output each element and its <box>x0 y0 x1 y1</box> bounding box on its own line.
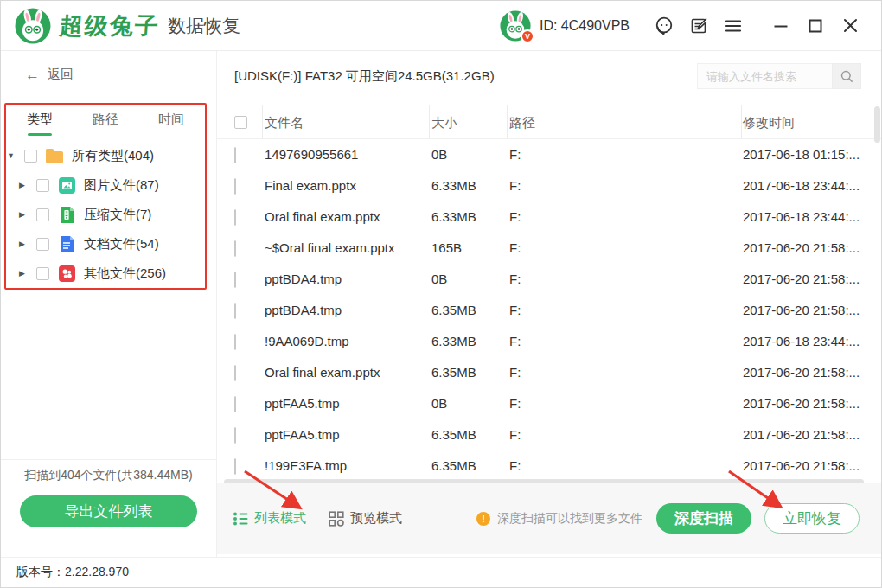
deep-scan-button[interactable]: 深度扫描 <box>656 503 751 534</box>
table-row[interactable]: pptFAA5.tmp 6.35MB F: 2017-06-20 21:58:.… <box>217 419 882 451</box>
file-modified: 2017-06-20 21:58:... <box>743 295 860 326</box>
tree-item-other-files[interactable]: ▶ 其他文件(256) <box>1 259 216 288</box>
column-header-filename[interactable]: 文件名 <box>265 105 304 140</box>
version-text: 版本号：2.22.28.970 <box>16 565 129 580</box>
caret-down-icon[interactable]: ▼ <box>7 151 21 160</box>
user-id: ID: 4C490VPB <box>540 18 630 34</box>
user-avatar[interactable]: V <box>500 10 531 42</box>
table-row[interactable]: !199E3FA.tmp 6.35MB F: 2017-06-20 21:58:… <box>217 451 882 482</box>
file-modified: 2017-06-20 21:58:... <box>743 419 860 451</box>
caret-right-icon[interactable]: ▶ <box>19 181 33 189</box>
table-row[interactable]: pptFAA5.tmp 0B F: 2017-06-20 21:58:... <box>217 388 882 419</box>
image-file-icon <box>58 176 75 194</box>
back-button[interactable]: ← 返回 <box>25 67 74 83</box>
caret-right-icon[interactable]: ▶ <box>19 210 33 219</box>
recover-now-button[interactable]: 立即恢复 <box>764 503 860 534</box>
list-mode-toggle[interactable]: 列表模式 <box>233 510 306 527</box>
table-row[interactable]: Final exam.pptx 6.33MB F: 2017-06-18 23:… <box>217 170 882 201</box>
column-header-path[interactable]: 路径 <box>509 105 535 140</box>
row-checkbox[interactable] <box>234 147 236 163</box>
app-subtitle: 数据恢复 <box>168 14 240 38</box>
file-modified: 2017-06-20 21:58:... <box>743 388 860 419</box>
file-size: 6.33MB <box>431 170 476 201</box>
menu-icon[interactable] <box>721 14 745 38</box>
file-name: Oral final exam.pptx <box>265 357 380 388</box>
file-path: F: <box>509 326 521 357</box>
file-size: 165B <box>431 233 462 264</box>
active-tab-underline <box>28 133 52 136</box>
search-box <box>697 63 861 89</box>
file-path: F: <box>509 295 521 326</box>
vip-badge: V <box>521 29 534 43</box>
tree-item-all-types[interactable]: ▼ 所有类型(404) <box>1 141 216 170</box>
search-button[interactable] <box>832 63 861 89</box>
file-size: 6.33MB <box>431 326 476 357</box>
table-row[interactable]: ~$Oral final exam.pptx 165B F: 2017-06-2… <box>217 233 882 264</box>
table-row[interactable]: !9AA069D.tmp 6.33MB F: 2017-06-18 23:44:… <box>217 326 882 357</box>
app-name: 超级兔子 <box>59 10 162 42</box>
file-modified: 2017-06-20 21:58:... <box>743 451 860 482</box>
file-path: F: <box>509 264 521 295</box>
row-checkbox[interactable] <box>234 178 236 195</box>
file-path: F: <box>509 419 521 451</box>
scan-summary: 扫描到404个文件(共384.44MB) <box>1 468 216 483</box>
export-file-list-button[interactable]: 导出文件列表 <box>20 495 197 527</box>
search-input[interactable] <box>697 63 832 89</box>
tree-checkbox[interactable] <box>36 238 49 251</box>
row-checkbox[interactable] <box>234 240 236 257</box>
back-arrow-icon: ← <box>25 67 40 82</box>
row-checkbox[interactable] <box>234 427 236 444</box>
tree-item-image-files[interactable]: ▶ 图片文件(87) <box>1 170 216 200</box>
warning-icon: ! <box>476 512 490 526</box>
select-all-checkbox[interactable] <box>234 116 247 129</box>
preview-mode-toggle[interactable]: 预览模式 <box>329 510 402 527</box>
caret-right-icon[interactable]: ▶ <box>19 269 33 278</box>
table-row[interactable]: 1497690955661 0B F: 2017-06-18 01:15:... <box>217 139 882 170</box>
row-checkbox[interactable] <box>234 396 236 412</box>
tree-item-document-files[interactable]: ▶ 文档文件(54) <box>1 229 216 259</box>
tree-checkbox[interactable] <box>36 267 49 280</box>
maximize-icon[interactable] <box>803 14 828 38</box>
row-checkbox[interactable] <box>234 303 236 319</box>
app-logo-rabbit-icon <box>15 8 51 44</box>
file-path: F: <box>509 388 521 419</box>
column-header-modified[interactable]: 修改时间 <box>743 105 795 140</box>
row-checkbox[interactable] <box>234 272 236 288</box>
tree-checkbox[interactable] <box>24 150 37 163</box>
headset-icon[interactable] <box>652 14 676 38</box>
list-mode-icon <box>233 511 248 527</box>
table-row[interactable]: Oral final exam.pptx 6.35MB F: 2017-06-2… <box>217 357 882 388</box>
file-name: pptFAA5.tmp <box>265 419 340 451</box>
column-header-size[interactable]: 大小 <box>431 105 457 140</box>
file-name: pptBDA4.tmp <box>265 264 342 295</box>
vertical-scrollbar[interactable] <box>874 106 880 143</box>
file-path: F: <box>509 357 521 388</box>
minimize-icon[interactable] <box>769 14 793 38</box>
file-name: Oral final exam.pptx <box>265 201 380 233</box>
tab-path[interactable]: 路径 <box>93 112 118 136</box>
feedback-icon[interactable] <box>687 14 711 38</box>
main-panel: [UDISK(F:)] FAT32 可用空间24.5GB(31.2GB) 文件名… <box>217 51 882 559</box>
tree-checkbox[interactable] <box>36 179 49 192</box>
tree-item-archive-files[interactable]: ▶ 压缩文件(7) <box>1 200 216 229</box>
file-modified: 2017-06-20 21:58:... <box>743 233 860 264</box>
tree-checkbox[interactable] <box>36 208 49 221</box>
file-name: 1497690955661 <box>265 139 358 170</box>
tab-time[interactable]: 时间 <box>158 112 184 136</box>
tab-type[interactable]: 类型 <box>27 112 53 136</box>
file-name: !199E3FA.tmp <box>265 451 347 482</box>
table-row[interactable]: pptBDA4.tmp 0B F: 2017-06-20 21:58:... <box>217 264 882 295</box>
preview-mode-icon <box>329 511 344 527</box>
table-row[interactable]: pptBDA4.tmp 6.35MB F: 2017-06-20 21:58:.… <box>217 295 882 326</box>
caret-right-icon[interactable]: ▶ <box>19 240 33 248</box>
close-icon[interactable] <box>838 14 862 38</box>
row-checkbox[interactable] <box>234 458 236 475</box>
file-size: 0B <box>431 388 447 419</box>
status-bar: 版本号：2.22.28.970 <box>1 557 881 587</box>
file-path: F: <box>509 201 521 233</box>
row-checkbox[interactable] <box>234 334 236 350</box>
table-row[interactable]: Oral final exam.pptx 6.33MB F: 2017-06-1… <box>217 201 882 233</box>
row-checkbox[interactable] <box>234 365 236 381</box>
file-size: 6.33MB <box>431 201 476 233</box>
row-checkbox[interactable] <box>234 209 236 226</box>
